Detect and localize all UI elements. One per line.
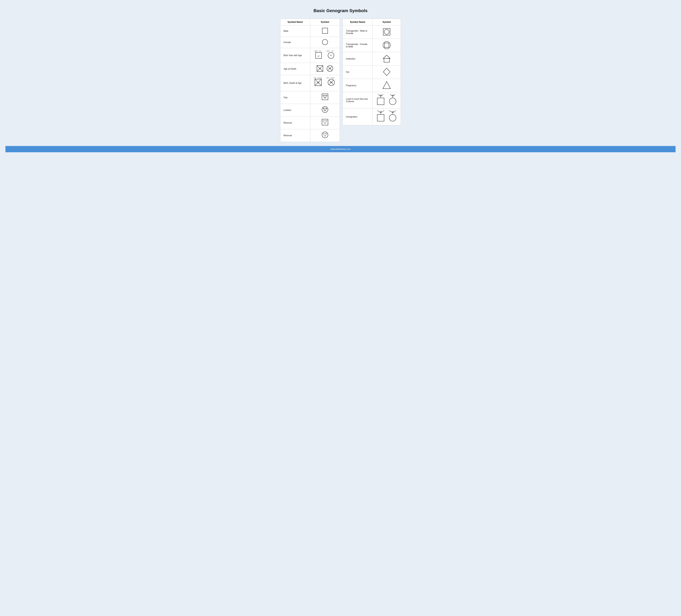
- svg-text:4: 4: [393, 95, 394, 97]
- svg-rect-0: [322, 28, 328, 33]
- svg-marker-46: [383, 68, 390, 76]
- svg-text:2005: 2005: [332, 77, 334, 79]
- svg-line-84: [392, 111, 393, 112]
- symbol-age-death: 70 70: [310, 63, 340, 75]
- right-table: Symbol Name Symbol Transgender - Male to…: [343, 19, 401, 125]
- table-row: Birth, Death & Age 1938 2005 68: [280, 75, 340, 91]
- symbol-birth-year: 1970 47 1970 47: [310, 48, 340, 63]
- table-row: Age at Death 70 70: [280, 63, 340, 75]
- svg-text:1970: 1970: [326, 50, 330, 52]
- table-row: Female: [280, 37, 340, 48]
- right-header-symbol: Symbol: [373, 19, 401, 25]
- table-row: Institution: [343, 52, 401, 66]
- svg-rect-45: [384, 58, 389, 62]
- svg-line-79: [390, 111, 391, 112]
- svg-point-34: [322, 106, 328, 112]
- svg-rect-76: [377, 114, 384, 121]
- symbol-trans-mtf: [373, 25, 401, 39]
- svg-rect-56: [377, 98, 384, 105]
- svg-text:1938: 1938: [326, 77, 329, 79]
- symbol-institution: [373, 52, 401, 66]
- row-label-male: Male: [280, 25, 310, 37]
- row-label-immigration: Immigration: [343, 108, 373, 125]
- footer-text: www.edrawmax.com: [331, 148, 351, 150]
- symbol-pet: [373, 66, 401, 79]
- row-label-female: Female: [280, 37, 310, 48]
- row-label-bisexual-male: Bisexual: [280, 117, 310, 129]
- svg-text:70: 70: [319, 68, 321, 70]
- table-row: Pregnancy: [343, 79, 401, 92]
- table-row: Bisexual: [280, 129, 340, 142]
- svg-point-38: [322, 132, 328, 138]
- page-title: Basic Genogram Symbols: [5, 8, 676, 13]
- table-row: Lesbian: [280, 104, 340, 117]
- svg-line-73: [380, 111, 381, 112]
- row-label-birth-year: Birth Year with Age: [280, 48, 310, 63]
- svg-text:70: 70: [329, 68, 331, 70]
- svg-text:4: 4: [381, 111, 382, 113]
- table-row: Birth Year with Age 1970 47 1970: [280, 48, 340, 63]
- svg-text:1970: 1970: [314, 50, 318, 52]
- row-label-institution: Institution: [343, 52, 373, 66]
- symbol-gay: [310, 91, 340, 104]
- left-header-name: Symbol Name: [280, 19, 310, 25]
- row-label-age-death: Age at Death: [280, 63, 310, 75]
- svg-line-61: [395, 94, 395, 95]
- svg-marker-35: [323, 108, 327, 111]
- svg-marker-44: [383, 55, 390, 58]
- row-label-gay: Gay: [280, 91, 310, 104]
- svg-line-52: [383, 94, 383, 95]
- symbol-male: [310, 25, 340, 37]
- footer-bar: www.edrawmax.com: [5, 146, 676, 152]
- svg-text:47: 47: [330, 54, 332, 56]
- table-row: Immigration: [343, 108, 401, 125]
- svg-line-49: [379, 95, 381, 96]
- row-label-pregnancy: Pregnancy: [343, 79, 373, 92]
- svg-line-69: [377, 110, 378, 111]
- svg-marker-47: [383, 81, 390, 89]
- svg-line-80: [389, 110, 390, 111]
- svg-text:47: 47: [318, 55, 320, 57]
- table-row: Lived in more than two Cultures: [343, 92, 401, 108]
- svg-line-53: [380, 95, 381, 96]
- svg-rect-36: [322, 119, 328, 125]
- row-label-lesbian: Lesbian: [280, 104, 310, 117]
- svg-line-50: [378, 94, 379, 95]
- svg-line-83: [396, 110, 396, 111]
- svg-text:68: 68: [330, 81, 332, 83]
- svg-text:4: 4: [381, 95, 382, 97]
- svg-line-68: [378, 111, 379, 112]
- table-row: Transgender - Male to Female: [343, 25, 401, 39]
- symbol-female: [310, 37, 340, 48]
- svg-line-82: [395, 111, 396, 112]
- svg-text:68: 68: [317, 82, 319, 84]
- table-row: Transgender - Female to Male: [343, 39, 401, 52]
- row-label-pet: Pet: [343, 66, 373, 79]
- symbol-trans-ftm: [373, 39, 401, 52]
- svg-point-65: [389, 98, 396, 105]
- symbol-bisexual-female: [310, 129, 340, 142]
- right-header-name: Symbol Name: [343, 19, 373, 25]
- symbol-lesbian: [310, 104, 340, 117]
- svg-text:2005: 2005: [319, 77, 322, 79]
- row-label-trans-mtf: Transgender - Male to Female: [343, 25, 373, 39]
- svg-marker-39: [323, 133, 327, 136]
- symbol-birth-death: 1938 2005 68 1938 2005: [310, 75, 340, 91]
- svg-text:4: 4: [393, 111, 394, 113]
- svg-text:1938: 1938: [313, 77, 316, 79]
- svg-line-58: [390, 95, 393, 96]
- svg-marker-37: [323, 121, 327, 124]
- tables-wrapper: Symbol Name Symbol Male Female: [5, 19, 676, 142]
- symbol-pregnancy: [373, 79, 401, 92]
- symbol-immigration: 4: [373, 108, 401, 125]
- svg-point-42: [383, 42, 390, 49]
- svg-point-87: [389, 114, 396, 121]
- table-row: Pet: [343, 66, 401, 79]
- svg-line-71: [382, 111, 383, 112]
- table-row: Male: [280, 25, 340, 37]
- table-row: Gay: [280, 91, 340, 104]
- row-label-cultures: Lived in more than two Cultures: [343, 92, 373, 108]
- svg-rect-43: [384, 43, 389, 47]
- left-header-symbol: Symbol: [310, 19, 340, 25]
- symbol-bisexual-male: [310, 117, 340, 129]
